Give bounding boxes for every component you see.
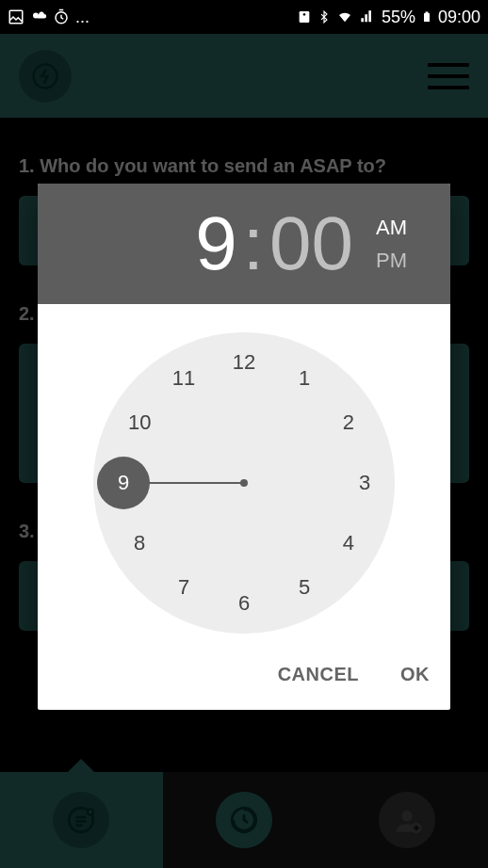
clock-face[interactable]: 9 121234567891011 [93, 332, 395, 634]
clock-hour-5[interactable]: 5 [288, 571, 320, 603]
clock-hour-10[interactable]: 10 [123, 407, 155, 439]
clock-hour-7[interactable]: 7 [168, 571, 200, 603]
ok-button[interactable]: OK [400, 664, 430, 685]
time-separator: : [243, 201, 264, 287]
clock-hour-4[interactable]: 4 [333, 527, 365, 559]
svg-rect-0 [9, 10, 23, 24]
signal-icon [359, 9, 376, 24]
clock-hour-8[interactable]: 8 [123, 527, 155, 559]
gallery-icon [8, 8, 24, 25]
clock-center [240, 479, 248, 487]
battery-saver-icon [297, 9, 312, 24]
selected-minute[interactable]: 00 [269, 201, 353, 287]
am-toggle[interactable]: AM [376, 211, 407, 244]
timer-icon [53, 8, 70, 25]
clock-selected-indicator[interactable]: 9 [97, 457, 150, 509]
weather-icon [30, 8, 47, 25]
clock-time: 09:00 [438, 8, 480, 27]
selected-hour[interactable]: 9 [195, 201, 237, 287]
clock-hour-11[interactable]: 11 [168, 362, 200, 394]
more-indicator: ... [75, 8, 89, 27]
battery-pct: 55% [382, 8, 415, 27]
cancel-button[interactable]: CANCEL [278, 664, 359, 685]
battery-icon [421, 8, 432, 25]
clock-hour-1[interactable]: 1 [288, 362, 320, 394]
bluetooth-icon [317, 8, 331, 25]
time-picker-dialog: 9 : 00 AM PM 9 121234567891011 CANCEL OK [38, 184, 450, 710]
svg-rect-4 [424, 13, 430, 22]
clock-hour-6[interactable]: 6 [228, 587, 260, 619]
svg-rect-5 [425, 12, 428, 14]
clock-hour-3[interactable]: 3 [349, 467, 381, 499]
svg-rect-3 [300, 11, 310, 23]
wifi-icon [336, 9, 353, 24]
clock-hour-12[interactable]: 12 [228, 346, 260, 378]
time-display-header: 9 : 00 AM PM [38, 184, 450, 304]
status-bar: ... 55% 09:00 [0, 0, 488, 34]
pm-toggle[interactable]: PM [376, 244, 407, 277]
clock-hour-2[interactable]: 2 [333, 407, 365, 439]
